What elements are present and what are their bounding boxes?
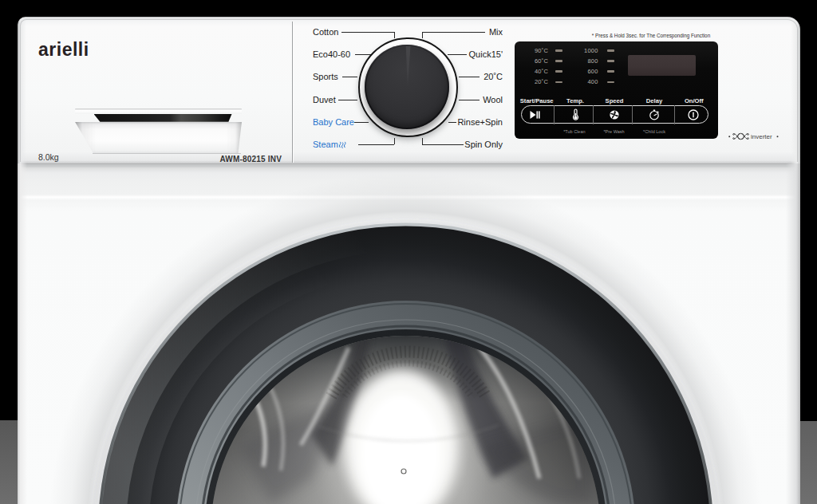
svg-text:inverter: inverter xyxy=(751,133,772,140)
